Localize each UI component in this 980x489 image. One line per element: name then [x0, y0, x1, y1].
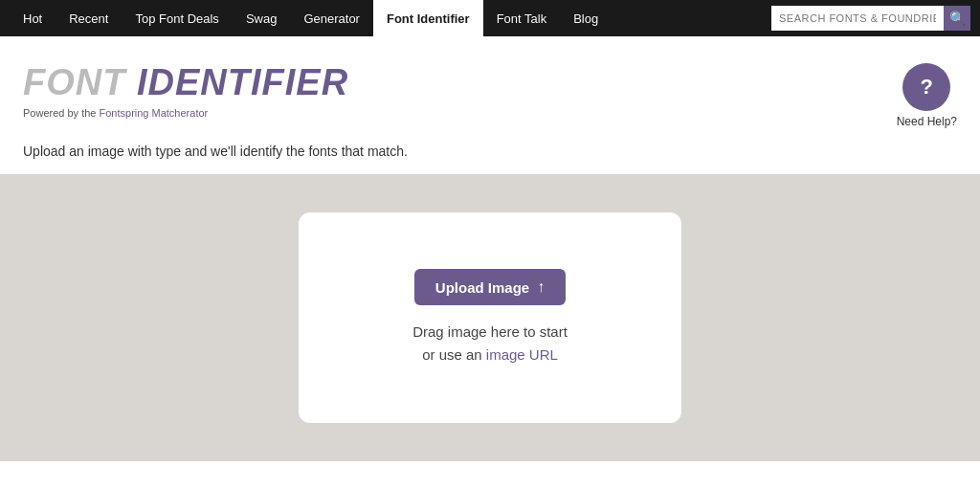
- search-button[interactable]: 🔍: [944, 6, 970, 31]
- help-area: ? Need Help?: [897, 63, 957, 128]
- help-label: Need Help?: [897, 115, 957, 128]
- search-input[interactable]: [771, 6, 944, 31]
- nav-item-font-identifier[interactable]: Font Identifier: [373, 0, 483, 36]
- page-header: FONT IDENTIFIER Powered by the Fontsprin…: [0, 36, 980, 144]
- main-nav: Hot Recent Top Font Deals Swag Generator…: [0, 0, 980, 36]
- title-font-word: FONT: [23, 62, 125, 102]
- powered-by-link[interactable]: Fontspring Matcherator: [100, 107, 209, 119]
- image-url-link[interactable]: image URL: [486, 346, 558, 363]
- powered-by-prefix: Powered by the: [23, 107, 100, 119]
- help-button[interactable]: ?: [902, 63, 950, 111]
- nav-item-hot[interactable]: Hot: [10, 0, 56, 36]
- nav-item-blog[interactable]: Blog: [560, 0, 612, 36]
- nav-item-font-talk[interactable]: Font Talk: [483, 0, 561, 36]
- dropzone-area: Upload Image ↑ Drag image here to start …: [0, 174, 980, 461]
- drag-text-line2: or use an: [422, 346, 486, 363]
- upload-image-button[interactable]: Upload Image ↑: [414, 269, 566, 305]
- powered-by: Powered by the Fontspring Matcherator: [23, 107, 348, 119]
- search-icon: 🔍: [949, 11, 966, 26]
- nav-item-generator[interactable]: Generator: [290, 0, 373, 36]
- header-left: FONT IDENTIFIER Powered by the Fontsprin…: [23, 63, 348, 119]
- drag-drop-text: Drag image here to start or use an image…: [412, 321, 568, 367]
- page-title: FONT IDENTIFIER: [23, 63, 348, 103]
- dropzone-inner[interactable]: Upload Image ↑ Drag image here to start …: [299, 212, 681, 423]
- nav-item-recent[interactable]: Recent: [56, 0, 122, 36]
- upload-arrow-icon: ↑: [537, 278, 545, 296]
- nav-items: Hot Recent Top Font Deals Swag Generator…: [10, 0, 771, 36]
- search-form: 🔍: [771, 6, 970, 31]
- nav-item-top-font-deals[interactable]: Top Font Deals: [122, 0, 232, 36]
- drag-text-line1: Drag image here to start: [412, 323, 568, 340]
- upload-button-label: Upload Image: [435, 279, 529, 296]
- nav-item-swag[interactable]: Swag: [233, 0, 291, 36]
- page-subtitle: Upload an image with type and we'll iden…: [0, 144, 980, 174]
- title-identifier-word: IDENTIFIER: [137, 62, 348, 102]
